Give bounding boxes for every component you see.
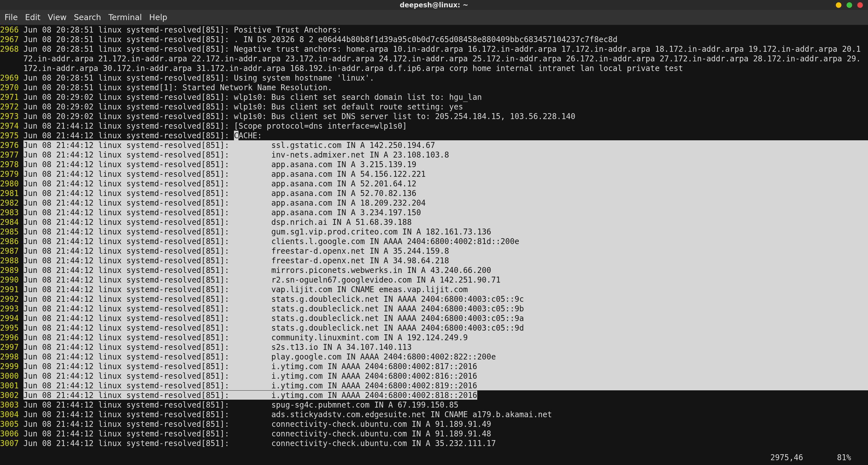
- line-number: 2990: [0, 275, 19, 285]
- minimize-icon[interactable]: [836, 2, 841, 8]
- log-line-selected: 2988 Jun 08 21:44:12 linux systemd-resol…: [0, 256, 868, 265]
- dns-entry: i.ytimg.com IN AAAA 2404:6800:4002:818::…: [271, 390, 477, 400]
- log-text: Jun 08 21:44:12 linux systemd-resolved[8…: [24, 323, 868, 332]
- log-line-selected: 3000 Jun 08 21:44:12 linux systemd-resol…: [0, 371, 868, 381]
- log-line-selected: 2979 Jun 08 21:44:12 linux systemd-resol…: [0, 169, 868, 179]
- log-text: Jun 08 20:28:51 linux systemd-resolved[8…: [24, 44, 868, 73]
- log-line: 2967 Jun 08 20:28:51 linux systemd-resol…: [0, 34, 868, 44]
- log-text: Jun 08 21:44:12 linux systemd-resolved[8…: [24, 352, 868, 361]
- line-number: 2966: [0, 25, 19, 34]
- log-line: 2966 Jun 08 20:28:51 linux systemd-resol…: [0, 25, 868, 34]
- cursor-position: 2975,46: [770, 453, 803, 462]
- log-text: Jun 08 21:44:12 linux systemd-resolved[8…: [24, 208, 868, 217]
- menu-terminal[interactable]: Terminal: [108, 13, 142, 22]
- line-number: 2982: [0, 198, 19, 208]
- line-number: 2970: [0, 83, 19, 92]
- log-line-selected: 2991 Jun 08 21:44:12 linux systemd-resol…: [0, 285, 868, 294]
- log-text: Jun 08 21:44:12 linux systemd-resolved[8…: [24, 429, 868, 438]
- line-number: 2997: [0, 342, 19, 352]
- line-number: 2972: [0, 102, 19, 111]
- line-number: 2996: [0, 332, 19, 342]
- log-text: Jun 08 21:44:12 linux systemd-resolved[8…: [24, 150, 868, 159]
- maximize-icon[interactable]: [846, 2, 852, 8]
- line-number: 2991: [0, 285, 19, 294]
- menu-search[interactable]: Search: [74, 13, 101, 22]
- line-number: 2983: [0, 208, 19, 217]
- log-line-selected: 2996 Jun 08 21:44:12 linux systemd-resol…: [0, 332, 868, 342]
- log-line-selected: 2985 Jun 08 21:44:12 linux systemd-resol…: [0, 227, 868, 236]
- log-line-selected: 2976 Jun 08 21:44:12 linux systemd-resol…: [0, 140, 868, 150]
- line-number: 3006: [0, 429, 19, 438]
- line-number: 2976: [0, 140, 19, 150]
- titlebar: deepesh@linux: ~: [0, 0, 868, 10]
- line-number: 2987: [0, 246, 19, 256]
- log-line-selected: 3002 Jun 08 21:44:12 linux systemd-resol…: [0, 390, 868, 400]
- log-line-selected: 2997 Jun 08 21:44:12 linux systemd-resol…: [0, 342, 868, 352]
- log-line: 2970 Jun 08 20:28:51 linux systemd[1]: S…: [0, 83, 868, 92]
- log-text: Jun 08 21:44:12 linux systemd-resolved[8…: [24, 294, 868, 304]
- log-text: Jun 08 21:44:12 linux systemd-resolved[8…: [24, 265, 868, 275]
- log-text: Jun 08 21:44:12 linux systemd-resolved[8…: [24, 121, 868, 131]
- log-line-selected: 3001 Jun 08 21:44:12 linux systemd-resol…: [0, 381, 868, 390]
- log-line: 3004 Jun 08 21:44:12 linux systemd-resol…: [0, 410, 868, 419]
- log-line: 2973 Jun 08 20:29:02 linux systemd-resol…: [0, 111, 868, 121]
- log-line-selected: 2998 Jun 08 21:44:12 linux systemd-resol…: [0, 352, 868, 361]
- log-line-selected: 2995 Jun 08 21:44:12 linux systemd-resol…: [0, 323, 868, 332]
- menu-help[interactable]: Help: [149, 13, 167, 22]
- line-number: 2995: [0, 323, 19, 332]
- line-number: 3001: [0, 381, 19, 390]
- log-text: Jun 08 21:44:12 linux systemd-resolved[8…: [24, 131, 868, 140]
- window-controls: [836, 2, 863, 8]
- line-number: 2979: [0, 169, 19, 179]
- line-number: 3005: [0, 419, 19, 429]
- log-line: 2969 Jun 08 20:28:51 linux systemd-resol…: [0, 73, 868, 83]
- menu-edit[interactable]: Edit: [25, 13, 40, 22]
- line-number: 2999: [0, 361, 19, 371]
- log-line-cache: 2975 Jun 08 21:44:12 linux systemd-resol…: [0, 131, 868, 140]
- log-text: Jun 08 21:44:12 linux systemd-resolved[8…: [24, 332, 868, 342]
- line-number: 3007: [0, 438, 19, 448]
- log-line: 3003 Jun 08 21:44:12 linux systemd-resol…: [0, 400, 868, 410]
- log-text: Jun 08 21:44:12 linux systemd-resolved[8…: [24, 410, 868, 419]
- log-text: Jun 08 21:44:12 linux systemd-resolved[8…: [24, 236, 868, 246]
- line-number: 2989: [0, 265, 19, 275]
- log-text: Jun 08 21:44:12 linux systemd-resolved[8…: [24, 304, 868, 313]
- line-number: 2978: [0, 159, 19, 169]
- line-number: 3004: [0, 410, 19, 419]
- log-text: Jun 08 21:44:12 linux systemd-resolved[8…: [24, 285, 868, 294]
- log-line-selected: 2977 Jun 08 21:44:12 linux systemd-resol…: [0, 150, 868, 159]
- log-text: Jun 08 21:44:12 linux systemd-resolved[8…: [24, 159, 868, 169]
- vim-statusbar: 2975,46 81%: [0, 453, 868, 462]
- log-line-selected: 2993 Jun 08 21:44:12 linux systemd-resol…: [0, 304, 868, 313]
- line-number: 2980: [0, 179, 19, 188]
- terminal-output[interactable]: 2966 Jun 08 20:28:51 linux systemd-resol…: [0, 25, 868, 448]
- line-number: 2974: [0, 121, 19, 131]
- menu-view[interactable]: View: [48, 13, 66, 22]
- log-text: Jun 08 21:44:12 linux systemd-resolved[8…: [24, 313, 868, 323]
- log-text: Jun 08 21:44:12 linux systemd-resolved[8…: [24, 246, 868, 256]
- log-text: Jun 08 20:28:51 linux systemd-resolved[8…: [24, 34, 868, 44]
- line-number: 2986: [0, 236, 19, 246]
- line-number: 2975: [0, 131, 19, 140]
- log-line-selected: 2999 Jun 08 21:44:12 linux systemd-resol…: [0, 361, 868, 371]
- log-text: Jun 08 21:44:12 linux systemd-resolved[8…: [24, 188, 868, 198]
- log-text: Jun 08 21:44:12 linux systemd-resolved[8…: [24, 419, 868, 429]
- line-number: 2967: [0, 34, 19, 44]
- menu-file[interactable]: File: [4, 13, 18, 22]
- log-line: 2972 Jun 08 20:29:02 linux systemd-resol…: [0, 102, 868, 111]
- log-line: 2968 Jun 08 20:28:51 linux systemd-resol…: [0, 44, 868, 73]
- line-number: 2994: [0, 313, 19, 323]
- line-number: 2988: [0, 256, 19, 265]
- log-text: Jun 08 21:44:12 linux systemd-resolved[8…: [24, 371, 868, 381]
- log-line: 3005 Jun 08 21:44:12 linux systemd-resol…: [0, 419, 868, 429]
- log-line-selected: 2992 Jun 08 21:44:12 linux systemd-resol…: [0, 294, 868, 304]
- line-number: 2993: [0, 304, 19, 313]
- close-icon[interactable]: [857, 2, 863, 8]
- log-text: Jun 08 21:44:12 linux systemd-resolved[8…: [24, 275, 868, 285]
- log-text: Jun 08 21:44:12 linux systemd-resolved[8…: [24, 227, 868, 236]
- log-line-selected: 2989 Jun 08 21:44:12 linux systemd-resol…: [0, 265, 868, 275]
- line-number: 2998: [0, 352, 19, 361]
- log-prefix: Jun 08 21:44:12 linux systemd-resolved[8…: [24, 390, 272, 400]
- line-number: 2969: [0, 73, 19, 83]
- log-line-selected: 2978 Jun 08 21:44:12 linux systemd-resol…: [0, 159, 868, 169]
